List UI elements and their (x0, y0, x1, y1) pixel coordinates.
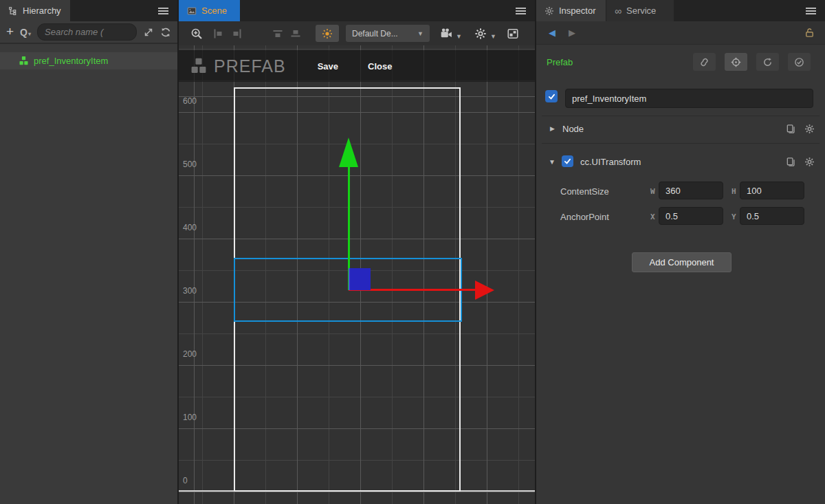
hierarchy-tabbar: Hierarchy (0, 0, 177, 22)
scene-panel: Scene Default De... ▼ ▼ ▼ 600 5 (179, 0, 535, 504)
target-icon (731, 57, 741, 67)
search-filter-button[interactable]: Q ▾ (20, 27, 31, 38)
contentsize-width-input[interactable] (659, 182, 723, 199)
divider (542, 143, 820, 144)
anchor-y-field-label: Y (732, 212, 736, 221)
lock-icon[interactable] (804, 28, 815, 38)
gear-icon (544, 6, 554, 16)
contentsize-height-input[interactable] (740, 182, 804, 199)
hierarchy-panel: Hierarchy + Q ▾ pref_InventoryItem (0, 0, 177, 504)
save-button[interactable]: Save (318, 61, 338, 72)
hierarchy-search-input[interactable] (37, 23, 137, 41)
contentsize-label: ContentSize (560, 186, 609, 197)
inspector-panel: Inspector ∞ Service ◀ ▶ Prefab (536, 0, 825, 504)
gizmo-x-axis-arrowhead[interactable] (475, 281, 494, 300)
check-icon (563, 157, 572, 166)
add-component-label: Add Component (650, 257, 714, 267)
expand-all-icon[interactable] (143, 27, 154, 38)
align-left-icon (212, 28, 223, 39)
prefab-status-label: Prefab (547, 57, 573, 67)
width-field-label: W (650, 187, 655, 196)
caret-down-icon[interactable]: ▼ (456, 33, 462, 40)
unlink-prefab-button[interactable] (693, 53, 716, 71)
reset-icon (762, 57, 773, 67)
hierarchy-item-pref-inventoryitem[interactable]: pref_InventoryItem (0, 52, 177, 69)
render-mode-value: Default De... (352, 29, 398, 39)
ruler-label: 600 (183, 96, 204, 106)
tab-scene[interactable]: Scene (179, 0, 240, 21)
ruler-label: 500 (183, 160, 204, 169)
ruler-label: 400 (183, 223, 204, 232)
hierarchy-menu-icon[interactable] (158, 8, 168, 14)
reset-prefab-button[interactable] (756, 53, 779, 71)
search-letter: Q (20, 27, 28, 38)
distribute-bottom-icon (290, 28, 301, 39)
nav-back-button[interactable]: ◀ (549, 28, 556, 38)
inspector-nav-row: ◀ ▶ (536, 21, 825, 45)
ruler-label: 0 (183, 476, 204, 485)
tab-inspector[interactable]: Inspector (536, 0, 606, 21)
camera-icon[interactable] (440, 28, 452, 40)
add-component-button[interactable]: Add Component (632, 252, 732, 272)
anchorpoint-x-input[interactable] (659, 207, 723, 225)
scene-menu-icon[interactable] (516, 8, 526, 14)
gizmo-y-axis-arrowhead[interactable] (339, 138, 358, 167)
link-icon: ∞ (615, 6, 622, 17)
uitransform-section-caret[interactable]: ▼ (549, 158, 556, 166)
ruler-label: 300 (183, 286, 204, 296)
docs-icon[interactable] (786, 157, 796, 167)
uitransform-enabled-checkbox[interactable] (562, 155, 573, 167)
gear-icon[interactable] (804, 124, 815, 134)
uitransform-section-title[interactable]: cc.UITransform (580, 157, 641, 167)
cocos-creator-window: Hierarchy + Q ▾ pref_InventoryItem Scene (0, 0, 825, 504)
caret-down-icon: ▾ (28, 31, 31, 37)
divider (542, 116, 820, 116)
node-active-checkbox[interactable] (545, 90, 558, 102)
scene-tabbar: Scene (179, 0, 535, 22)
check-icon (547, 92, 556, 101)
distribute-top-icon (272, 28, 283, 39)
hierarchy-tree-icon (8, 6, 18, 16)
caret-down-icon: ▼ (417, 30, 424, 37)
hierarchy-toolbar: + Q ▾ (0, 21, 177, 44)
scene-tab-label: Scene (201, 6, 227, 16)
gizmo-xy-plane-handle[interactable] (349, 268, 371, 290)
apply-prefab-button[interactable] (788, 53, 811, 71)
scene-viewport[interactable]: 600 500 400 300 200 100 0 PREFAB Save Cl… (179, 45, 535, 504)
render-mode-dropdown[interactable]: Default De... ▼ (346, 25, 430, 42)
node-section-caret[interactable]: ▶ (550, 125, 555, 132)
gear-icon[interactable] (804, 157, 815, 167)
node-section-title[interactable]: Node (562, 124, 584, 134)
check-circle-icon (794, 57, 804, 67)
ruler-label: 200 (183, 349, 204, 359)
prefab-cubes-icon (190, 57, 208, 75)
service-tab-label: Service (626, 6, 656, 16)
inspector-tab-label: Inspector (559, 6, 595, 16)
create-node-button[interactable]: + (6, 25, 14, 38)
locate-prefab-asset-button[interactable] (725, 53, 747, 71)
node-name-input[interactable] (565, 89, 813, 108)
prefab-mode-title: PREFAB (214, 56, 286, 76)
caret-down-icon[interactable]: ▼ (490, 33, 496, 40)
refresh-icon[interactable] (160, 27, 171, 38)
lighting-toggle-button[interactable] (316, 25, 339, 42)
hierarchy-tab-label: Hierarchy (23, 6, 61, 16)
close-button[interactable]: Close (368, 61, 392, 72)
gear-icon[interactable] (474, 28, 487, 40)
layout-grid-icon[interactable] (507, 28, 519, 40)
prefab-edit-mode-bar: PREFAB Save Close (179, 50, 535, 82)
tab-service[interactable]: ∞ Service (606, 0, 674, 21)
prefab-cubes-icon (19, 56, 29, 66)
nav-forward-button[interactable]: ▶ (569, 28, 575, 38)
anchorpoint-y-input[interactable] (740, 207, 804, 225)
zoom-region-icon[interactable] (190, 28, 203, 40)
sun-icon (322, 28, 333, 39)
scene-image-icon (187, 6, 197, 16)
unlink-icon (699, 57, 710, 67)
inspector-menu-icon[interactable] (806, 8, 816, 14)
docs-icon[interactable] (786, 124, 796, 134)
anchor-x-field-label: X (650, 212, 655, 221)
inspector-tabbar: Inspector ∞ Service (536, 0, 825, 22)
tab-hierarchy[interactable]: Hierarchy (0, 0, 70, 21)
anchorpoint-label: AnchorPoint (560, 212, 609, 222)
